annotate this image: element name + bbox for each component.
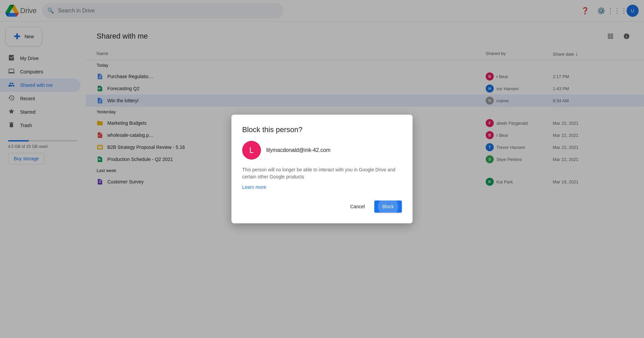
person-row: L lilymacdonald@ink-42.com bbox=[242, 141, 402, 160]
dialog-actions: Cancel Block bbox=[242, 201, 402, 213]
learn-more-link[interactable]: Learn more bbox=[242, 184, 402, 190]
dialog-description: This person will no longer be able to in… bbox=[242, 166, 402, 180]
cancel-button[interactable]: Cancel bbox=[343, 201, 372, 213]
dialog-title: Block this person? bbox=[242, 125, 402, 134]
person-avatar: L bbox=[242, 141, 261, 160]
person-email: lilymacdonald@ink-42.com bbox=[266, 147, 330, 153]
block-button[interactable]: Block bbox=[374, 201, 402, 213]
modal-overlay: Block this person? L lilymacdonald@ink-4… bbox=[0, 0, 644, 338]
block-person-dialog: Block this person? L lilymacdonald@ink-4… bbox=[231, 115, 413, 223]
